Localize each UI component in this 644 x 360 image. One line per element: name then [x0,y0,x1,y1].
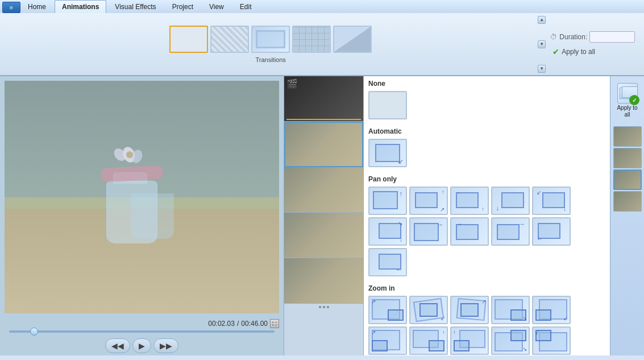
filmstrip-item-4[interactable] [284,213,363,258]
zoomin-dec-10: ↙ [533,328,570,354]
scroll-up-btn[interactable]: ▲ [538,16,546,24]
zoomin-thumb-6[interactable]: ↗ [368,326,407,355]
zoomin-thumb-10[interactable]: ↙ [532,326,571,355]
pan-dec-11: ← [369,249,406,275]
pan-thumb-11[interactable]: ← [368,248,407,276]
pan-dec-10: ← [533,218,570,245]
zoomin-dec-1: ↗ [369,297,406,323]
pan-dec-9: → [492,218,529,245]
filmstrip-icon-1: 🎬 [286,78,298,89]
panzoom-none-title: None [368,80,605,88]
transition-wipe[interactable] [333,26,372,53]
panzoom-none-section: None [364,76,610,124]
transition-blank[interactable] [169,26,208,53]
pan-thumb-5[interactable]: ↓ ↙ [532,187,571,215]
zoomin-thumb-7[interactable]: ↑ [409,326,448,355]
zoomin-dec-7: ↑ [410,328,447,354]
main-area: 00:02.03 / 00:46.00 ⛶ ◀◀ ▶ ▶▶ 🎬 [0,76,644,355]
transitions-scroll: ▲ ▼ ▼ [538,16,546,73]
zoomin-thumb-8[interactable]: ↑ [450,326,489,355]
zoomin-dec-5: ↙ [533,297,570,323]
apply-label: Apply to all [615,105,639,118]
pan-dec-3: ← ↑ [451,188,488,214]
panzoom-none-thumb[interactable] [368,91,407,119]
tab-animations[interactable]: Animations [55,0,106,13]
zoomin-thumb-3[interactable]: ↗ [450,296,489,324]
scroll-mid-btn[interactable]: ▼ [538,40,546,48]
filmstrip-item-3[interactable] [284,167,363,213]
filmstrip-item-1[interactable]: 🎬 [284,76,363,122]
pan-dec-4: ↓ [492,188,529,214]
panzoom-panel: None Automatic ↙ [364,76,610,355]
right-thumb-3[interactable] [613,169,642,190]
rewind-button[interactable]: ◀◀ [105,338,130,353]
transition-tiles[interactable] [292,26,331,53]
duration-icon: ⏱ [550,33,557,41]
pan-dec-6: ↓ ↘ [369,218,406,245]
ribbon: ≡ Home Animations Visual Effects Project… [0,0,644,76]
transition-frame[interactable] [251,26,290,53]
panzoom-pan-section: Pan only ↑ ↑ ↗ [364,172,610,281]
panzoom-auto-grid: ↙ [368,139,605,167]
tab-visual-effects[interactable]: Visual Effects [107,0,163,13]
app-icon[interactable]: ≡ [2,2,20,13]
ribbon-content: Transitions ▲ ▼ ▼ ⏱ Duration: ✔ Apply to… [0,13,644,76]
filmstrip-item-5[interactable] [284,258,363,304]
zoomin-dec-6: ↗ [369,328,406,354]
zoomin-dec-9: ↘ [492,328,529,354]
tab-edit[interactable]: Edit [232,0,259,13]
apply-to-all-button[interactable]: ✔ Apply to all [550,46,635,57]
zoomin-dec-3: ↗ [451,297,488,323]
transitions-row [169,26,372,53]
right-thumb-2[interactable] [613,148,642,168]
tab-home[interactable]: Home [20,0,53,13]
zoomin-thumb-4[interactable]: ↘ [491,296,530,324]
time-total: 00:46.00 [241,320,268,328]
time-separator: / [237,320,239,328]
dot-3 [327,306,329,308]
pan-thumb-1[interactable]: ↑ [368,187,407,215]
transition-diagonal[interactable] [210,26,249,53]
pan-thumb-9[interactable]: → [491,217,530,246]
right-thumb-1[interactable] [613,126,642,147]
time-current: 00:02.03 [208,320,235,328]
pan-thumb-2[interactable]: ↑ ↗ [409,187,448,215]
pan-dec-5: ↓ ↙ [533,188,570,214]
zoomin-dec-4: ↘ [492,297,529,323]
fullscreen-button[interactable]: ⛶ [270,319,279,328]
timeline-panel: 🎬 [284,76,364,355]
progress-thumb[interactable] [30,328,38,336]
panzoom-auto-thumb[interactable]: ↙ [368,139,407,167]
zoomin-thumb-2[interactable]: ↙ [409,296,448,324]
panzoom-auto-section: Automatic ↙ [364,124,610,172]
dot-2 [323,306,325,308]
zoomin-thumb-5[interactable]: ↙ [532,296,571,324]
duration-input[interactable] [589,31,635,43]
filmstrip-item-2[interactable] [284,122,363,167]
apply-to-all-large-button[interactable]: ✓ Apply to all [613,81,642,121]
scroll-down-btn[interactable]: ▼ [538,65,546,73]
apply-icon: ✓ [617,83,638,104]
pan-thumb-7[interactable]: → [409,217,448,246]
play-button[interactable]: ▶ [132,338,151,353]
tab-project[interactable]: Project [165,0,201,13]
time-display: 00:02.03 / 00:46.00 ⛶ [0,318,284,329]
zoomin-thumb-1[interactable]: ↗ [368,296,407,324]
tab-view[interactable]: View [202,0,231,13]
transitions-group: Transitions [5,26,537,63]
video-frame [5,81,279,313]
fast-forward-button[interactable]: ▶▶ [153,338,178,353]
zoomin-thumb-9[interactable]: ↘ [491,326,530,355]
pan-thumb-10[interactable]: ← [532,217,571,246]
pan-dec-7: → [410,218,447,245]
pan-thumb-8[interactable]: → [450,217,489,246]
panzoom-auto-title: Automatic [368,127,605,135]
pan-thumb-3[interactable]: ← ↑ [450,187,489,215]
panzoom-scroll-container[interactable]: None Automatic ↙ [364,76,610,355]
pan-thumb-4[interactable]: ↓ [491,187,530,215]
dot-1 [319,306,321,308]
right-thumb-4[interactable] [613,191,642,212]
progress-track[interactable] [9,330,275,333]
pan-thumb-6[interactable]: ↓ ↘ [368,217,407,246]
filmstrip-progress-1 [286,119,361,120]
